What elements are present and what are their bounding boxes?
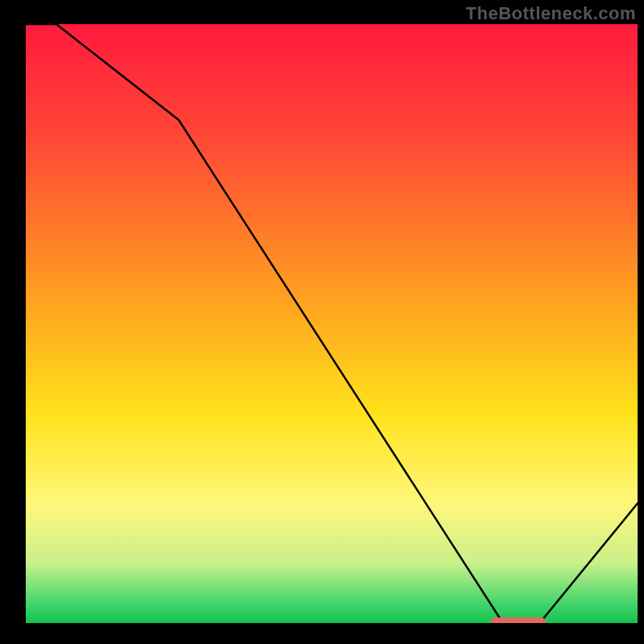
axis-left [0,0,26,644]
axis-bottom [0,623,644,644]
bottleneck-chart [0,0,644,644]
plot-background [26,24,638,623]
chart-container: TheBottleneck.com [0,0,644,644]
watermark-text: TheBottleneck.com [466,3,636,24]
